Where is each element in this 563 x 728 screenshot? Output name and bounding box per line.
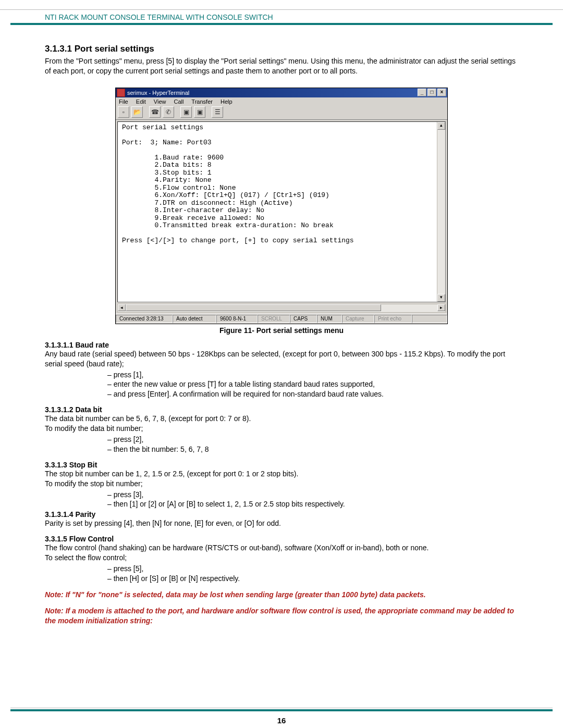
titlebar[interactable]: serimux - HyperTerminal _ □ ×	[116, 88, 447, 97]
stopbit-text1: The stop bit number can be 1, 2, 1.5 or …	[45, 469, 518, 479]
flow-text1: The flow control (hand shaking) can be h…	[45, 543, 518, 553]
section-heading: 3.1.3.1 Port serial settings	[45, 44, 518, 54]
status-num: NUM	[317, 315, 342, 323]
menu-call[interactable]: Call	[174, 98, 184, 105]
databit-list: press [2], then the bit number: 5, 6, 7,…	[45, 435, 518, 454]
databit-text1: The data bit number can be 5, 6, 7, 8, (…	[45, 414, 518, 424]
parity-heading: 3.1.3.1.4 Parity	[45, 510, 518, 519]
note-2: Note: If a modem is attached to the port…	[45, 606, 518, 626]
properties-icon: ☰	[215, 108, 221, 116]
call-button[interactable]: ☎	[149, 106, 161, 118]
app-icon	[117, 89, 125, 97]
status-echo: Print echo	[374, 315, 412, 323]
minimize-button[interactable]: _	[418, 89, 426, 96]
scroll-right-arrow-icon[interactable]: ▸	[437, 304, 445, 311]
window-title: serimux - HyperTerminal	[127, 90, 418, 96]
hscrollbar[interactable]: ◂ ▸	[117, 304, 446, 313]
list-item: then [H] or [S] or [B] or [N] respective…	[107, 574, 518, 584]
disconnect-button[interactable]: ✆	[163, 106, 174, 118]
scroll-thumb[interactable]	[126, 304, 381, 311]
section-intro: From the "Port settings" menu, press [5]…	[45, 56, 518, 76]
menu-file[interactable]: File	[119, 98, 128, 105]
receive-button[interactable]: ▣	[194, 106, 205, 118]
list-item: and press [Enter]. A confirmation will b…	[107, 389, 518, 399]
baud-text: Any baud rate (serial speed) between 50 …	[45, 349, 518, 369]
section-number: 3.1.3.1	[45, 44, 72, 54]
vscrollbar[interactable]: ▴ ▾	[437, 122, 445, 302]
section-title: Port serial settings	[75, 44, 154, 54]
list-item: press [5],	[107, 564, 518, 574]
flow-list: press [5], then [H] or [S] or [B] or [N]…	[45, 564, 518, 584]
databit-text2: To modify the data bit number;	[45, 424, 518, 434]
status-mode: 9600 8-N-1	[216, 315, 258, 323]
list-item: then [1] or [2] or [A] or [B] to select …	[107, 499, 518, 509]
open-button[interactable]: 📂	[131, 106, 143, 118]
send-icon: ▣	[183, 108, 189, 116]
list-item: then the bit number: 5, 6, 7, 8	[107, 445, 518, 454]
terminal-client[interactable]: Port serial settings Port: 3; Name: Port…	[117, 121, 446, 302]
status-caps: CAPS	[290, 315, 317, 323]
menu-view[interactable]: View	[154, 98, 166, 105]
status-connected: Connected 3:28:13	[116, 315, 173, 323]
footer-rule	[10, 709, 553, 711]
stopbit-heading: 3.3.1.3 Stop Bit	[45, 461, 518, 469]
header-top-line	[0, 9, 563, 10]
list-item: press [2],	[107, 435, 518, 445]
new-file-icon: ▫	[123, 108, 125, 116]
statusbar: Connected 3:28:13 Auto detect 9600 8-N-1…	[116, 314, 447, 324]
menubar[interactable]: File Edit View Call Transfer Help	[116, 97, 447, 106]
footer-top-line	[10, 708, 553, 708]
databit-heading: 3.1.3.1.2 Data bit	[45, 405, 518, 414]
list-item: press [1],	[107, 370, 518, 380]
status-detect: Auto detect	[173, 315, 216, 323]
phone-down-icon: ✆	[166, 108, 171, 116]
new-button[interactable]: ▫	[118, 106, 129, 118]
list-item: press [3],	[107, 490, 518, 500]
menu-help[interactable]: Help	[221, 98, 232, 105]
receive-icon: ▣	[197, 108, 203, 116]
figure-caption: Figure 11- Port serial settings menu	[45, 326, 518, 335]
menu-transfer[interactable]: Transfer	[191, 98, 213, 105]
page-number: 16	[0, 716, 563, 725]
list-item: enter the new value or press [T] for a t…	[107, 379, 518, 389]
maximize-button[interactable]: □	[427, 89, 436, 96]
status-spacer	[412, 315, 447, 323]
stopbit-text2: To modify the stop bit number;	[45, 479, 518, 489]
status-scroll: SCROLL	[258, 315, 290, 323]
close-button[interactable]: ×	[437, 89, 446, 96]
page: NTI RACK MOUNT CONSOLE TERMINAL WITH CON…	[0, 9, 563, 728]
toolbar: ▫ 📂 ☎ ✆ ▣ ▣ ☰	[116, 106, 447, 120]
baud-heading: 3.1.3.1.1 Baud rate	[45, 341, 518, 349]
baud-list: press [1], enter the new value or press …	[45, 370, 518, 400]
scroll-down-arrow-icon[interactable]: ▾	[437, 294, 445, 302]
properties-button[interactable]: ☰	[212, 106, 223, 118]
phone-icon: ☎	[151, 108, 159, 116]
open-icon: 📂	[133, 108, 141, 116]
scroll-left-arrow-icon[interactable]: ◂	[118, 304, 126, 311]
stopbit-list: press [3], then [1] or [2] or [A] or [B]…	[45, 490, 518, 510]
flow-heading: 3.3.1.5 Flow Control	[45, 535, 518, 543]
flow-text2: To select the flow control;	[45, 553, 518, 563]
scroll-up-arrow-icon[interactable]: ▴	[437, 122, 445, 130]
menu-edit[interactable]: Edit	[136, 98, 146, 105]
terminal-text: Port serial settings Port: 3; Name: Port…	[118, 122, 445, 246]
hyperterminal-window: serimux - HyperTerminal _ □ × File Edit …	[115, 88, 448, 324]
content: 3.1.3.1 Port serial settings From the "P…	[0, 25, 563, 625]
status-capture: Capture	[342, 315, 374, 323]
parity-text: Parity is set by pressing [4], then [N] …	[45, 519, 518, 528]
note-1: Note: If "N" for "none" is selected, dat…	[45, 590, 518, 600]
header-text: NTI RACK MOUNT CONSOLE TERMINAL WITH CON…	[0, 11, 563, 23]
send-button[interactable]: ▣	[180, 106, 192, 118]
